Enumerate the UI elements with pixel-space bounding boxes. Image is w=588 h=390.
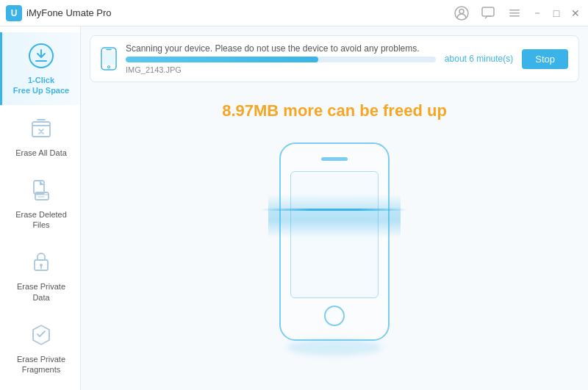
erase-all-data-icon: [26, 114, 56, 143]
sidebar-item-erase-all-data[interactable]: Erase All Data: [0, 105, 80, 167]
content-area: Scanning your device. Please do not use …: [81, 26, 588, 390]
phone-illustration: [268, 135, 401, 348]
svg-rect-5: [509, 15, 520, 17]
maximize-button[interactable]: □: [550, 7, 563, 20]
scan-time-remaining: about 6 minute(s): [445, 54, 513, 64]
erase-private-fragments-icon: [26, 320, 56, 350]
scan-line: [261, 209, 408, 211]
progress-fill: [126, 57, 318, 62]
erase-deleted-files-icon: [26, 176, 56, 205]
sidebar-item-free-up-space[interactable]: 1-ClickFree Up Space: [0, 32, 80, 105]
scan-overlay: [268, 194, 401, 238]
sidebar-item-label-erase-private-fragments: Erase Private Fragments: [8, 354, 74, 375]
svg-rect-4: [509, 12, 520, 14]
phone-shadow: [287, 339, 382, 355]
close-button[interactable]: ✕: [569, 7, 582, 20]
sidebar-item-label-free-up-space: 1-ClickFree Up Space: [13, 75, 69, 96]
sidebar-item-erase-deleted-files[interactable]: Erase Deleted Files: [0, 167, 80, 239]
free-up-info: 8.97MB more can be freed up: [90, 94, 579, 381]
progress-track: [126, 57, 436, 62]
erase-private-data-icon: [26, 248, 56, 277]
scan-status-text: Scanning your device. Please do not use …: [126, 43, 436, 54]
chat-icon[interactable]: [478, 3, 498, 24]
svg-point-1: [459, 9, 464, 13]
sidebar-item-label-erase-deleted-files: Erase Deleted Files: [8, 209, 74, 231]
stop-button[interactable]: Stop: [522, 49, 568, 69]
svg-rect-15: [103, 51, 115, 65]
title-bar: U iMyFone Umate Pro － □: [0, 0, 588, 26]
svg-rect-2: [482, 7, 494, 16]
main-layout: 1-ClickFree Up Space Erase All Data: [0, 26, 588, 390]
sidebar-item-erase-private-fragments[interactable]: Erase Private Fragments: [0, 311, 80, 384]
freed-amount-label: 8.97MB more can be freed up: [222, 101, 447, 120]
free-up-space-icon: [26, 41, 56, 71]
phone-speaker: [321, 157, 348, 161]
user-icon[interactable]: [451, 3, 472, 24]
phone-small-icon: [101, 47, 117, 71]
svg-rect-3: [509, 10, 520, 11]
phone-body: [279, 142, 390, 341]
sidebar-item-label-erase-all-data: Erase All Data: [15, 148, 67, 158]
phone-home-button: [324, 306, 345, 326]
sidebar-item-label-erase-private-data: Erase Private Data: [8, 281, 74, 303]
scan-progress-bar: Scanning your device. Please do not use …: [90, 35, 579, 82]
menu-icon[interactable]: [504, 3, 525, 24]
window-controls: － □ ✕: [451, 3, 582, 24]
svg-rect-7: [32, 122, 50, 137]
sidebar-item-erase-private-data[interactable]: Erase Private Data: [0, 239, 80, 311]
minimize-button[interactable]: －: [531, 7, 544, 20]
app-logo: U: [6, 5, 22, 21]
app-title: iMyFone Umate Pro: [26, 7, 451, 18]
scan-info: Scanning your device. Please do not use …: [126, 43, 436, 74]
scan-filename: IMG_2143.JPG: [126, 65, 436, 74]
sidebar: 1-ClickFree Up Space Erase All Data: [0, 26, 81, 390]
